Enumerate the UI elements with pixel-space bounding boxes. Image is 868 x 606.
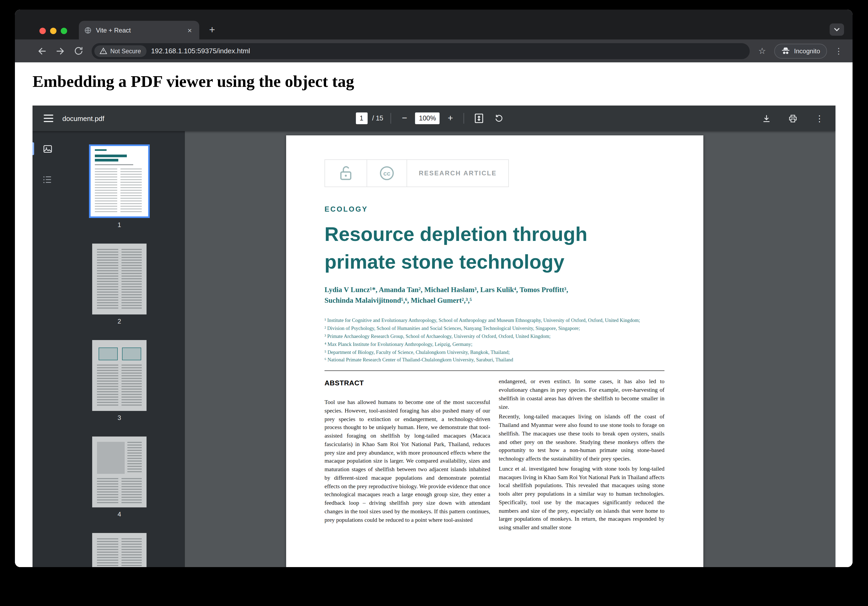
page-number-input[interactable] (356, 112, 367, 124)
thumbnail-art (121, 538, 142, 567)
thumbnail-art (97, 538, 118, 567)
creative-commons-icon: cc (379, 165, 395, 181)
digest-column: endangered, or even extinct. In some cas… (499, 378, 665, 533)
thumbnail-number: 3 (118, 414, 121, 422)
rotate-icon (494, 114, 504, 123)
security-chip[interactable]: Not Secure (94, 45, 146, 57)
thumbnail-art (95, 149, 107, 151)
tab-close-button[interactable]: × (185, 26, 194, 34)
pdf-toolbar-right: ⋮ (759, 111, 827, 126)
reload-button[interactable] (71, 44, 85, 58)
active-view-indicator (33, 142, 34, 155)
thumbnail-item-2: 2 (92, 243, 147, 325)
page-count-label: / 15 (372, 115, 383, 122)
incognito-icon (781, 47, 790, 55)
zoom-window-button[interactable] (61, 28, 67, 34)
digest-paragraph-3: Luncz et al. investigated how foraging w… (499, 465, 665, 532)
thumbnail-art (99, 347, 118, 360)
thumbnails-view-button[interactable] (40, 142, 54, 156)
affiliation-1: ¹ Institute for Cognitive and Evolutiona… (324, 316, 665, 325)
minimize-window-button[interactable] (50, 28, 56, 34)
thumbnails-icon (42, 144, 53, 154)
thumbnail-number: 4 (118, 511, 121, 518)
download-icon (762, 114, 771, 123)
article-columns: ABSTRACT Tool use has allowed humans to … (324, 378, 665, 533)
thumbnail-art (95, 159, 118, 161)
thumbnail-item-1: 1 (89, 144, 150, 229)
thumbnail-art (121, 249, 142, 310)
bookmark-star-button[interactable]: ☆ (755, 44, 769, 58)
warning-icon (100, 47, 107, 54)
desktop: Vite + React × + (0, 0, 868, 606)
pdf-toolbar: document.pdf / 15 − 100% + (33, 105, 835, 131)
browser-window: Vite + React × + (15, 9, 852, 567)
forward-icon (55, 46, 65, 56)
thumbnail-art (127, 442, 142, 474)
zoom-in-button[interactable]: + (445, 112, 456, 125)
affiliation-6: ⁶ National Primate Research Center of Th… (324, 356, 665, 364)
thumbnail-art (95, 155, 127, 157)
pdf-viewer: document.pdf / 15 − 100% + (33, 105, 835, 567)
creative-commons-badge: cc (367, 160, 407, 187)
pdf-filename: document.pdf (62, 114, 104, 122)
back-icon (37, 46, 47, 56)
toolbar-divider (464, 113, 464, 124)
download-button[interactable] (759, 111, 774, 126)
url-text: 192.168.1.105:59375/index.html (151, 47, 250, 55)
thumbnail-page-2[interactable] (92, 243, 147, 315)
zoom-level-input[interactable]: 100% (415, 112, 440, 124)
pdf-sidebar: 1 2 (33, 131, 185, 567)
back-button[interactable] (35, 44, 49, 58)
pdf-body: 1 2 (33, 131, 835, 567)
article-authors: Lydia V Luncz¹*, Amanda Tan², Michael Ha… (324, 284, 665, 306)
print-button[interactable] (786, 111, 800, 126)
pdf-scroll-area[interactable]: cc RESEARCH ARTICLE ECOLOGY Resource dep… (185, 131, 835, 567)
address-bar[interactable]: Not Secure 192.168.1.105:59375/index.htm… (91, 43, 750, 59)
browser-menu-button[interactable]: ⋮ (832, 44, 845, 58)
pdf-page-controls: / 15 − 100% + (356, 105, 507, 131)
digest-paragraph-2: Recently, long-tailed macaques living on… (499, 413, 665, 463)
research-article-badge: RESEARCH ARTICLE (406, 160, 509, 187)
thumbnail-art (97, 364, 118, 407)
close-window-button[interactable] (39, 28, 46, 34)
zoom-out-button[interactable]: − (399, 112, 411, 125)
hamburger-icon (44, 115, 53, 122)
fit-to-page-icon (475, 113, 484, 123)
thumbnail-art (121, 478, 142, 503)
thumbnail-page-3[interactable] (92, 340, 147, 411)
thumbnail-page-1[interactable] (89, 144, 150, 218)
tab-strip: Vite + React × + (15, 9, 852, 39)
incognito-badge: Incognito (775, 43, 827, 58)
thumbnail-number: 1 (118, 221, 121, 229)
tab-search-button[interactable] (830, 23, 844, 36)
incognito-label: Incognito (794, 47, 820, 55)
web-page: Embedding a PDF viewer using the object … (15, 62, 852, 567)
affiliation-4: ⁴ Max Planck Institute for Evolutionary … (324, 340, 665, 348)
tab-title: Vite + React (96, 26, 181, 34)
pdf-menu-button[interactable] (41, 111, 56, 126)
page-title: Embedding a PDF viewer using the object … (33, 72, 354, 91)
thumbnail-page-5[interactable] (92, 533, 147, 567)
rotate-button[interactable] (491, 111, 507, 126)
browser-tab[interactable]: Vite + React × (79, 21, 199, 39)
new-tab-button[interactable]: + (206, 23, 219, 36)
thumbnail-art (121, 364, 142, 407)
thumbnail-art (95, 169, 117, 212)
chevron-down-icon (834, 28, 840, 31)
pdf-page-1: cc RESEARCH ARTICLE ECOLOGY Resource dep… (286, 135, 703, 567)
document-outline-icon (43, 175, 52, 184)
thumbnail-page-4[interactable] (92, 437, 147, 507)
affiliation-2: ² Division of Psychology, School of Huma… (324, 325, 665, 333)
thumbnail-art (121, 169, 142, 212)
window-controls (39, 28, 67, 34)
thumbnail-item-5 (92, 533, 147, 567)
reload-icon (73, 46, 84, 56)
thumbnail-art (95, 164, 133, 165)
forward-button[interactable] (53, 44, 67, 58)
sidebar-view-switcher (33, 131, 62, 567)
pdf-more-button[interactable]: ⋮ (812, 111, 827, 126)
outline-view-button[interactable] (40, 173, 54, 186)
thumbnail-item-4: 4 (92, 437, 147, 518)
fit-to-page-button[interactable] (472, 111, 487, 126)
thumbnail-art (97, 249, 118, 310)
